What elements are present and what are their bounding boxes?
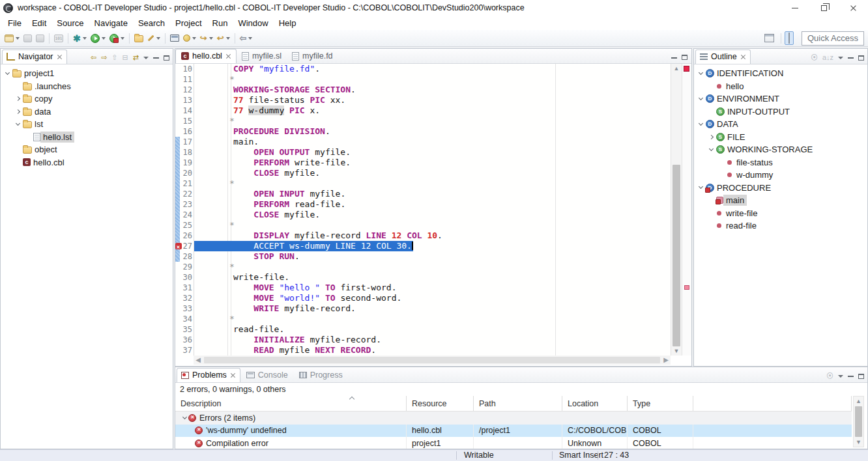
open-perspective-button[interactable] (761, 32, 777, 45)
new-wizard-button[interactable] (3, 32, 21, 45)
back-history-button[interactable]: ⇦ (239, 32, 254, 45)
menu-edit[interactable]: Edit (27, 17, 51, 29)
chevron-right-icon[interactable] (708, 135, 713, 139)
scroll-down-icon[interactable]: ▼ (854, 438, 863, 447)
back-button[interactable]: ⇦ (91, 54, 96, 61)
search-button[interactable] (146, 32, 162, 45)
menu-search[interactable]: Search (133, 17, 170, 29)
column-header-location[interactable]: Location (562, 396, 628, 411)
build-button[interactable]: 101 (53, 32, 65, 45)
column-header-type[interactable]: Type (628, 396, 693, 411)
scroll-left-icon[interactable]: ◀ (194, 356, 203, 365)
chevron-down-icon[interactable] (698, 96, 702, 100)
scrollbar-thumb[interactable] (673, 165, 680, 346)
editor-vertical-scrollbar[interactable]: ▲ ▼ (671, 64, 682, 356)
code-line-25[interactable]: 25* (175, 220, 672, 230)
menu-file[interactable]: File (3, 17, 27, 29)
code-line-18[interactable]: 18 OPEN OUTPUT myfile. (175, 147, 672, 158)
code-line-30[interactable]: 30write-file. (175, 272, 672, 283)
chevron-down-icon[interactable] (698, 121, 702, 126)
console-button[interactable] (169, 32, 181, 45)
focus-button[interactable]: ⦿ (811, 54, 818, 61)
code-line-29[interactable]: 29* (175, 262, 672, 272)
minimize-window-button[interactable] (780, 0, 809, 16)
collapse-all-button[interactable]: ⊟ (123, 54, 128, 61)
code-line-14[interactable]: 1477 w-dummy PIC x. (175, 105, 672, 116)
problem-row-2[interactable]: Compilation errorproject1UnknownCOBOL (175, 437, 852, 449)
problem-row-1[interactable]: 'ws-dummy' undefinedhello.cbl/project1C:… (175, 425, 852, 438)
forward-button[interactable]: ⇨ (101, 54, 107, 61)
tab-console[interactable]: Console (242, 368, 293, 382)
save-button[interactable] (22, 32, 33, 45)
view-menu-icon[interactable] (838, 57, 843, 59)
editor-tab-myfile.fd[interactable]: myfile.fd (287, 49, 338, 63)
code-line-11[interactable]: 11* (175, 74, 672, 85)
scroll-up-icon[interactable]: ▲ (671, 64, 682, 73)
error-annotation-mark[interactable] (684, 285, 689, 290)
minimize-view-icon[interactable] (848, 57, 854, 59)
editor-horizontal-scrollbar[interactable]: ◀ ▶ (194, 356, 671, 365)
sort-button[interactable]: a↓z (822, 54, 833, 61)
chevron-down-icon[interactable] (698, 70, 702, 75)
chevron-down-icon[interactable] (5, 70, 9, 75)
code-line-36[interactable]: 36 INITIALIZE myfile-record. (175, 335, 672, 345)
navigator-item-.launches[interactable]: .launches (1, 80, 173, 93)
chevron-down-icon[interactable] (182, 415, 186, 419)
overview-ruler[interactable] (682, 64, 691, 356)
close-tab-icon[interactable] (230, 372, 235, 378)
column-header-description[interactable]: Description (175, 396, 407, 411)
code-line-20[interactable]: 20 CLOSE myfile. (175, 168, 672, 178)
maximize-view-icon[interactable] (858, 55, 864, 61)
navigator-item-object[interactable]: object (1, 143, 173, 156)
tab-problems[interactable]: Problems (177, 368, 240, 382)
close-tab-icon[interactable] (57, 54, 62, 59)
column-header-resource[interactable]: Resource (407, 396, 474, 411)
scroll-down-icon[interactable]: ▼ (671, 346, 682, 356)
cobol-perspective-button[interactable] (785, 31, 794, 45)
close-tab-icon[interactable] (225, 53, 231, 59)
debug-button[interactable]: ✱ (72, 32, 88, 45)
outline-item-main[interactable]: main (694, 194, 867, 207)
minimize-view-icon[interactable] (153, 57, 159, 59)
outline-item-input-output[interactable]: INPUT-OUTPUT (694, 105, 867, 119)
outline-item-w-dummy[interactable]: w-dummy (694, 169, 867, 182)
navigator-item-copy[interactable]: copy (1, 92, 173, 105)
minimize-editor-icon[interactable] (671, 57, 677, 59)
navigator-item-hello.lst[interactable]: hello.lst (1, 131, 173, 144)
maximize-view-icon[interactable] (164, 55, 169, 61)
code-line-31[interactable]: 31 MOVE "hello " TO first-word. (175, 283, 672, 293)
scrollbar-thumb[interactable] (855, 406, 862, 437)
code-line-23[interactable]: 23 PERFORM read-file. (175, 199, 672, 210)
code-line-19[interactable]: 19 PERFORM write-file. (175, 158, 672, 168)
code-line-21[interactable]: 21* (175, 178, 672, 189)
problems-group-row[interactable]: Errors (2 items) (175, 412, 852, 425)
outline-item-identification[interactable]: IDENTIFICATION (694, 67, 867, 80)
editor-tab-myfile.sl[interactable]: myfile.sl (237, 49, 287, 63)
save-all-button[interactable] (35, 32, 46, 45)
code-line-17[interactable]: 17main. (175, 137, 672, 147)
run-button[interactable] (89, 32, 107, 45)
scroll-right-icon[interactable]: ▶ (661, 356, 671, 365)
chevron-right-icon[interactable] (15, 96, 20, 101)
code-line-16[interactable]: 16PROCEDURE DIVISION. (175, 126, 672, 137)
code-line-24[interactable]: 24 CLOSE myfile. (175, 210, 672, 220)
outline-item-environment[interactable]: ENVIRONMENT (694, 92, 867, 105)
code-line-27[interactable]: 27 ACCEPT ws-dummy LINE 12 COL 30. (175, 241, 672, 251)
outline-item-data[interactable]: DATA (694, 118, 867, 131)
maximize-editor-icon[interactable] (682, 55, 687, 60)
chevron-down-icon[interactable] (15, 121, 20, 126)
navigator-item-hello.cbl[interactable]: hello.cbl (1, 156, 173, 169)
maximize-view-icon[interactable] (858, 374, 864, 379)
next-annotation-button[interactable]: ↪ (199, 32, 214, 45)
code-line-28[interactable]: 28 STOP RUN. (175, 251, 672, 262)
previous-annotation-button[interactable]: ↩ (216, 32, 231, 45)
close-window-button[interactable] (839, 0, 868, 16)
open-resource-button[interactable] (133, 32, 145, 45)
code-line-12[interactable]: 12WORKING-STORAGE SECTION. (175, 85, 672, 95)
navigator-tab[interactable]: Navigator (2, 49, 67, 64)
outline-tab[interactable]: Outline (695, 49, 751, 64)
code-line-34[interactable]: 34* (175, 314, 672, 324)
run-coverage-button[interactable] (108, 32, 126, 45)
view-menu-icon[interactable] (838, 375, 843, 378)
menu-help[interactable]: Help (274, 17, 302, 29)
